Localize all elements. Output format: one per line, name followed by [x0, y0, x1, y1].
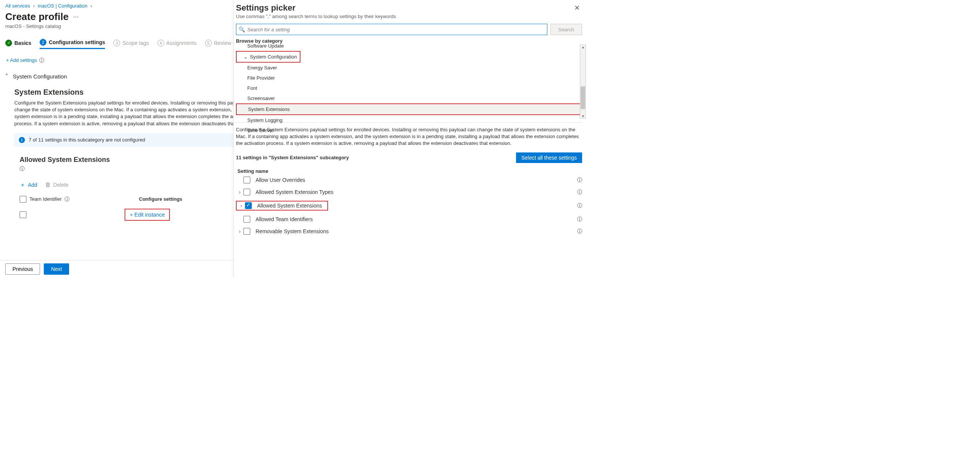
panel-hint: Use commas "," among search terms to loo…: [236, 14, 572, 19]
delete-button: 🗑 Delete: [45, 181, 68, 188]
category-item-system-logging[interactable]: System Logging: [236, 115, 582, 125]
category-item-energy-saver[interactable]: Energy Saver: [236, 63, 582, 73]
info-icon[interactable]: i: [577, 203, 582, 208]
chevron-right-icon: ›: [33, 3, 35, 9]
info-banner: i 7 of 11 settings in this subcategory a…: [14, 133, 264, 147]
check-icon: ✓: [5, 40, 12, 46]
info-icon: i: [19, 137, 25, 143]
delete-label: Delete: [53, 182, 68, 188]
info-icon[interactable]: i: [577, 229, 582, 233]
wizard-step-assignments[interactable]: 4 Assignments: [158, 40, 197, 49]
category-item-screensaver[interactable]: Screensaver: [236, 93, 582, 103]
subcategory-description: Configure the System Extensions payload …: [14, 100, 264, 127]
breadcrumb-macos-config[interactable]: macOS | Configuration: [38, 3, 87, 9]
setting-checkbox[interactable]: [243, 189, 250, 195]
category-item-file-provider[interactable]: File Provider: [236, 73, 582, 83]
setting-checkbox[interactable]: [243, 216, 250, 223]
scrollbar[interactable]: ▴ ▾: [580, 44, 586, 119]
setting-label: Allowed Team Identifiers: [256, 216, 577, 222]
previous-button[interactable]: Previous: [5, 263, 40, 275]
category-label: System Configuration: [13, 73, 67, 79]
info-icon[interactable]: i: [39, 58, 44, 63]
subcategory-heading: System Extensions: [14, 88, 264, 97]
info-icon[interactable]: i: [577, 178, 582, 182]
setting-label: Allowed System Extension Types: [256, 189, 577, 195]
setting-checkbox[interactable]: [243, 228, 250, 235]
settings-picker-panel: Settings picker Use commas "," among sea…: [233, 0, 588, 278]
add-settings-label: + Add settings: [6, 57, 37, 63]
setting-row-allowed-extension-types[interactable]: › Allowed System Extension Types i: [236, 186, 582, 198]
step-number-icon: 3: [113, 40, 120, 46]
step-number-icon: 4: [158, 40, 164, 46]
chevron-right-icon[interactable]: ›: [236, 189, 243, 195]
info-icon[interactable]: i: [65, 197, 70, 201]
info-banner-text: 7 of 11 settings in this subcategory are…: [29, 137, 145, 143]
scrollbar-thumb[interactable]: [581, 86, 585, 109]
edit-instance-button[interactable]: + Edit instance: [124, 209, 170, 221]
search-input[interactable]: [247, 27, 545, 32]
category-item-font[interactable]: Font: [236, 83, 582, 93]
wizard-step-label: Scope tags: [123, 40, 149, 46]
step-number-icon: 2: [40, 39, 46, 46]
setting-checkbox[interactable]: [245, 202, 252, 209]
wizard-step-label: Basics: [14, 40, 31, 46]
wizard-step-label: Configuration settings: [49, 39, 105, 45]
close-button[interactable]: ✕: [572, 3, 582, 13]
search-box[interactable]: 🔍: [236, 24, 547, 35]
setting-row-allow-user-overrides[interactable]: Allow User Overrides i: [236, 174, 582, 186]
setting-row-allowed-team-identifiers[interactable]: Allowed Team Identifiers i: [236, 213, 582, 225]
next-button[interactable]: Next: [44, 263, 69, 275]
setting-checkbox[interactable]: [243, 177, 250, 183]
search-button: Search: [550, 24, 582, 35]
team-identifier-column: Team Identifier: [29, 196, 62, 202]
row-checkbox[interactable]: [20, 211, 26, 218]
panel-title: Settings picker: [236, 3, 572, 13]
scroll-up-icon[interactable]: ▴: [580, 45, 585, 49]
category-item-software-update[interactable]: Software Update: [236, 43, 582, 49]
info-icon[interactable]: i: [577, 217, 582, 222]
setting-label: Allow User Overrides: [256, 177, 577, 183]
trash-icon: 🗑: [45, 181, 51, 188]
page-title: Create profile: [5, 11, 69, 23]
wizard-step-scope[interactable]: 3 Scope tags: [113, 40, 149, 49]
chevron-right-icon: ›: [90, 3, 92, 9]
wizard-step-label: Assignments: [167, 40, 197, 46]
select-all-button[interactable]: Select all these settings: [516, 152, 582, 163]
category-item-system-extensions[interactable]: System Extensions: [237, 104, 581, 114]
setting-label: Removable System Extensions: [256, 228, 577, 234]
category-item-time-server[interactable]: Time Server: [236, 125, 582, 135]
add-label: Add: [28, 182, 37, 188]
info-icon[interactable]: i: [20, 166, 24, 171]
wizard-step-config[interactable]: 2 Configuration settings: [40, 39, 105, 49]
select-all-checkbox[interactable]: [20, 196, 26, 203]
breadcrumb-all-services[interactable]: All services: [5, 3, 30, 9]
wizard-step-basics[interactable]: ✓ Basics: [5, 40, 31, 49]
plus-icon: ＋: [20, 181, 25, 189]
chevron-right-icon[interactable]: ›: [236, 228, 243, 234]
configure-settings-column: Configure settings: [139, 196, 182, 202]
chevron-down-icon: ⌄: [243, 54, 248, 60]
setting-row-removable-system-extensions[interactable]: › Removable System Extensions i: [236, 225, 582, 237]
setting-label: Allowed System Extensions: [257, 203, 322, 209]
scroll-down-icon[interactable]: ▾: [580, 114, 585, 118]
search-icon: 🔍: [239, 26, 245, 32]
add-button[interactable]: ＋ Add: [20, 181, 37, 189]
chevron-up-icon: ˄: [5, 73, 10, 79]
chevron-right-icon[interactable]: ›: [237, 203, 245, 209]
more-actions-button[interactable]: ···: [73, 13, 79, 21]
category-label: System Configuration: [250, 54, 297, 60]
settings-count-label: 11 settings in "System Extensions" subca…: [236, 155, 516, 160]
category-item-system-configuration[interactable]: ⌄ System Configuration: [240, 52, 297, 61]
setting-name-header: Setting name: [237, 168, 582, 174]
setting-row-allowed-system-extensions[interactable]: › Allowed System Extensions i: [236, 198, 582, 213]
step-number-icon: 5: [205, 40, 212, 46]
info-icon[interactable]: i: [577, 189, 582, 194]
